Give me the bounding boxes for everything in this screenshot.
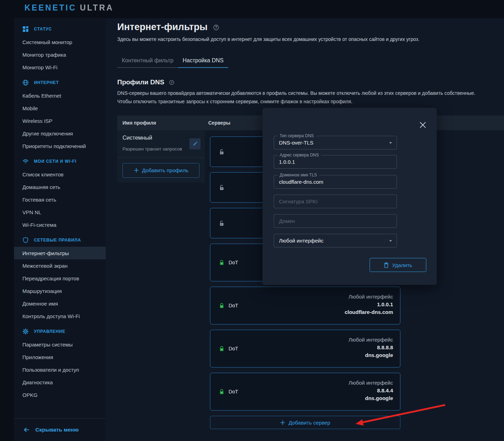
sidebar-item-domain-name[interactable]: Доменное имя [14, 297, 106, 310]
field-label: Тип сервера DNS [278, 133, 316, 138]
server-address: 8.8.8.8 [349, 344, 393, 350]
server-domain: cloudflare-dns.com [345, 309, 393, 315]
unlocked-icon [219, 149, 224, 155]
dns-server-card-dot[interactable]: DoT Любой интерфейс 1.0.0.1 cloudflare-d… [210, 287, 400, 324]
dns-address-field: Адрес сервера DNS [274, 155, 397, 169]
spki-signature-field [274, 195, 397, 208]
sidebar-item-internet-filters[interactable]: Интернет-фильтры [14, 247, 106, 259]
sidebar-item-applications[interactable]: Приложения [14, 351, 106, 363]
main-content: Интернет-фильтры ? Здесь вы можете настр… [106, 18, 504, 441]
server-address: 1.0.0.1 [345, 301, 393, 307]
sidebar-item-diagnostics[interactable]: Диагностика [14, 376, 106, 388]
sidebar-section-internet[interactable]: ИНТЕРНЕТ [14, 76, 106, 89]
sidebar-item-wifi-monitor[interactable]: Монитор Wi-Fi [14, 61, 106, 74]
sidebar-section-label: СЕТЕВЫЕ ПРАВИЛА [34, 238, 81, 243]
logo-model: ULTRA [80, 3, 113, 12]
dns-server-card-dot[interactable]: DoT Любой интерфейс 8.8.8.8 dns.google [210, 330, 400, 368]
dns-server-card-dot[interactable]: DoT Любой интерфейс 8.8.4.4 dns.google [210, 373, 400, 411]
sidebar-item-connection-priorities[interactable]: Приоритеты подключений [14, 140, 106, 152]
server-address: 8.8.4.4 [349, 387, 393, 393]
edit-profile-button[interactable] [189, 138, 201, 149]
tab-dns-settings[interactable]: Настройка DNS [178, 53, 228, 68]
server-interface: Любой интерфейс [349, 337, 393, 343]
close-icon[interactable] [420, 122, 426, 128]
sidebar-item-mobile[interactable]: Mobile [14, 102, 106, 114]
sidebar-item-home-network[interactable]: Домашняя сеть [14, 181, 106, 193]
locked-icon [219, 303, 224, 308]
sidebar-section-status[interactable]: СТАТУС [14, 22, 106, 36]
sidebar-item-wifi-system[interactable]: Wi-Fi-система [14, 218, 106, 231]
dashboard-icon [22, 26, 29, 32]
shield-icon [22, 237, 29, 243]
add-server-button[interactable]: Добавить сервер [210, 416, 400, 429]
dns-profiles-description-2: Чтобы отключить транзитные запросы к сто… [117, 99, 352, 104]
globe-icon [22, 79, 29, 86]
sidebar-section-my-networks[interactable]: МОИ СЕТИ И WI-FI [14, 155, 106, 168]
keenetic-logo: KEENETICULTRA [24, 3, 114, 13]
delete-server-label: Удалить [392, 262, 412, 268]
column-header-profile-name: Имя профиля [117, 120, 208, 126]
pencil-icon [192, 141, 198, 147]
top-bar: KEENETICULTRA [0, 0, 504, 18]
sidebar-section-management[interactable]: УПРАВЛЕНИЕ [14, 325, 106, 338]
dns-profiles-heading-text: Профили DNS [117, 78, 164, 86]
trash-icon [384, 262, 389, 268]
sidebar-item-ethernet[interactable]: Кабель Ethernet [14, 89, 106, 102]
collapse-menu-label: Скрывать меню [35, 427, 79, 433]
domain-input[interactable] [274, 215, 397, 227]
add-profile-label: Добавить профиль [142, 167, 189, 173]
sidebar-item-vpn-nl[interactable]: VPN NL [14, 206, 106, 218]
help-icon[interactable]: ? [169, 80, 174, 85]
sidebar-item-traffic-monitor[interactable]: Монитор трафика [14, 48, 106, 61]
interface-select[interactable]: Любой интерфейс [274, 234, 397, 247]
sidebar-item-system-settings[interactable]: Параметры системы [14, 338, 106, 351]
page-title: Интернет-фильтры ? [117, 22, 219, 33]
plus-icon [280, 420, 285, 425]
add-profile-button[interactable]: Добавить профиль [122, 163, 200, 178]
sidebar-item-routing[interactable]: Маршрутизация [14, 285, 106, 297]
sidebar-section-label: УПРАВЛЕНИЕ [34, 329, 65, 334]
sidebar-item-other-connections[interactable]: Другие подключения [14, 127, 106, 140]
dns-server-modal: Тип сервера DNS DNS-over-TLS Адрес серве… [262, 108, 437, 285]
sidebar-item-guest-network[interactable]: Гостевая сеть [14, 193, 106, 206]
field-label: Адрес сервера DNS [278, 153, 321, 158]
server-interface: Любой интерфейс [349, 380, 393, 386]
server-interface: Любой интерфейс [345, 294, 393, 300]
tab-content-filter[interactable]: Контентный фильтр [117, 53, 178, 67]
locked-icon [219, 346, 224, 351]
help-icon[interactable]: ? [213, 24, 219, 30]
profile-row-system[interactable]: Системный Разрешен транзит запросов [117, 130, 205, 158]
column-header-servers: Серверы [208, 120, 230, 126]
sidebar-item-firewall[interactable]: Межсетевой экран [14, 259, 106, 272]
sidebar-item-opkg[interactable]: OPKG [14, 388, 106, 401]
server-type-label: DoT [229, 303, 238, 308]
page-subtitle: Здесь вы можете настроить безопасный дос… [117, 36, 420, 42]
tls-domain-field: Доменное имя TLS [274, 175, 397, 189]
sidebar-section-network-rules[interactable]: СЕТЕВЫЕ ПРАВИЛА [14, 233, 106, 247]
field-label: Доменное имя TLS [278, 173, 319, 177]
dns-server-type-select[interactable]: Тип сервера DNS DNS-over-TLS [274, 136, 397, 149]
sidebar-item-system-monitor[interactable]: Системный монитор [14, 36, 106, 48]
add-server-label: Добавить сервер [288, 420, 330, 426]
sidebar: СТАТУС Системный монитор Монитор трафика… [14, 18, 106, 441]
spki-signature-input[interactable] [274, 195, 397, 208]
dns-profiles-heading: Профили DNS ? [117, 78, 174, 86]
dns-profiles-description-1: DNS-серверы вашего провайдера автоматиче… [117, 90, 475, 96]
page-title-text: Интернет-фильтры [117, 22, 208, 32]
delete-server-button[interactable]: Удалить [370, 258, 426, 272]
collapse-menu-button[interactable]: Скрывать меню [14, 418, 106, 441]
unlocked-icon [219, 185, 224, 190]
chevron-down-icon [389, 142, 392, 144]
sidebar-item-wireless-isp[interactable]: Wireless ISP [14, 114, 106, 127]
sidebar-item-users-access[interactable]: Пользователи и доступ [14, 363, 106, 376]
sidebar-item-client-list[interactable]: Список клиентов [14, 168, 106, 181]
server-domain: dns.google [349, 352, 393, 358]
interface-value: Любой интерфейс [274, 234, 397, 247]
domain-field [274, 214, 397, 228]
chevron-down-icon [389, 240, 392, 242]
sidebar-item-wifi-access-control[interactable]: Контроль доступа Wi-Fi [14, 310, 106, 322]
arrow-left-icon [23, 427, 30, 433]
locked-icon [219, 260, 224, 265]
server-type-label: DoT [229, 260, 238, 265]
sidebar-item-port-forwarding[interactable]: Переадресация портов [14, 272, 106, 285]
